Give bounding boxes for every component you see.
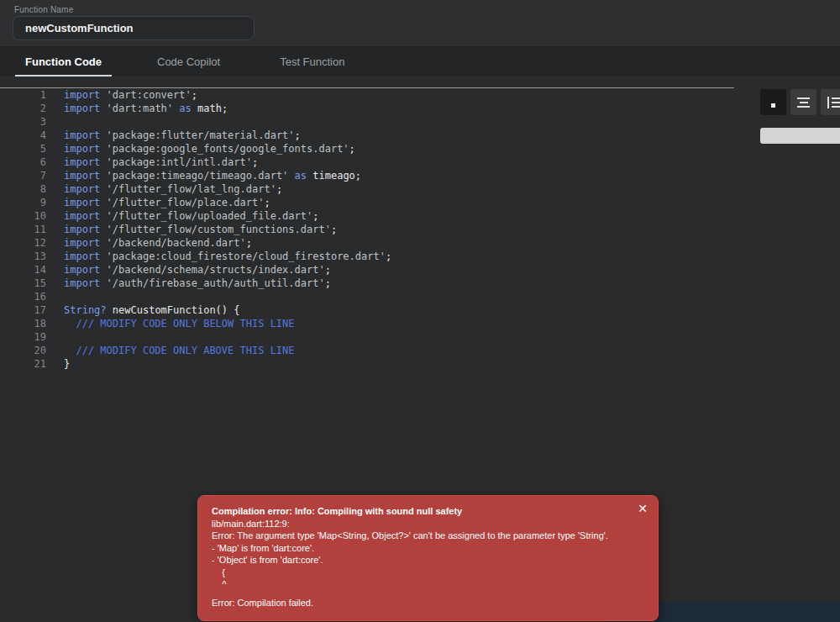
code-text: import 'dart:convert'; [46,88,197,102]
code-line: 5import 'package:google_fonts/google_fon… [0,142,391,156]
error-dialog-lines: Compilation error: Info: Compiling with … [212,505,644,609]
line-number: 18 [0,317,46,330]
error-line: Compilation error: Info: Compiling with … [212,505,644,518]
tab-code-copilot-label: Code Copilot [157,55,220,68]
line-number: 15 [0,277,46,290]
line-number: 14 [0,263,46,277]
close-icon[interactable]: ✕ [638,503,648,514]
line-number: 8 [0,182,46,196]
line-number: 4 [0,129,46,142]
code-line: 13import 'package:cloud_firestore/cloud_… [0,250,391,263]
error-line: Error: The argument type 'Map<String, Ob… [212,530,644,542]
dot-glyph [771,103,775,108]
error-line: - 'Object' is from 'dart:core'. [212,554,644,567]
error-line: lib/main.dart:112:9: [212,518,644,530]
code-line: 21} [0,357,391,371]
code-text: import '/flutter_flow/lat_lng.dart'; [46,182,282,196]
code-line: 15import '/auth/firebase_auth/auth_util.… [0,277,391,290]
line-number: 7 [0,169,46,182]
code-text: import 'package:intl/intl.dart'; [46,156,258,169]
code-text: /// MODIFY CODE ONLY BELOW THIS LINE [46,317,295,330]
code-text: import 'package:google_fonts/google_font… [46,142,355,156]
tab-bar: Function Code Code Copilot Test Function [0,46,840,76]
code-text: import '/backend/schema/structs/index.da… [46,263,331,277]
line-number: 1 [0,88,46,102]
code-text: import '/flutter_flow/custom_functions.d… [46,223,337,236]
code-line: 20 /// MODIFY CODE ONLY ABOVE THIS LINE [0,344,391,357]
code-text: import '/backend/backend.dart'; [46,236,252,250]
header: Function Name [0,0,840,46]
tab-test-function[interactable]: Test Function [280,46,344,76]
line-number: 12 [0,236,46,250]
code-text: import '/auth/firebase_auth/auth_util.da… [46,277,331,290]
error-line: ^ [212,578,644,591]
code-text: import 'package:flutter/material.dart'; [46,129,301,142]
indent-glyph [827,97,840,108]
line-number: 19 [0,330,46,344]
code-text: import 'dart:math' as math; [46,102,228,115]
code-line: 17String? newCustomFunction() { [0,303,391,317]
code-line: 6import 'package:intl/intl.dart'; [0,156,391,169]
error-line: { [212,567,644,579]
code-text: String? newCustomFunction() { [46,303,240,317]
tab-function-code[interactable]: Function Code [25,46,102,76]
line-number: 6 [0,156,46,169]
code-line: 12import '/backend/backend.dart'; [0,236,391,250]
line-number: 17 [0,303,46,317]
code-line: 10import '/flutter_flow/uploaded_file.da… [0,209,391,223]
line-number: 21 [0,357,46,371]
line-number: 5 [0,142,46,156]
code-line: 18 /// MODIFY CODE ONLY BELOW THIS LINE [0,317,391,330]
indent-icon[interactable] [821,89,840,115]
code-text [46,330,64,344]
error-line: - 'Map' is from 'dart:core'. [212,542,644,555]
line-number: 2 [0,102,46,115]
tab-function-code-label: Function Code [25,55,102,68]
code-line: 4import 'package:flutter/material.dart'; [0,129,391,142]
code-text: import '/flutter_flow/place.dart'; [46,196,270,209]
code-line: 2import 'dart:math' as math; [0,102,391,115]
error-line: Error: Compilation failed. [212,597,644,609]
code-line: 16 [0,290,391,303]
code-text [46,115,64,129]
code-line: 14import '/backend/schema/structs/index.… [0,263,391,277]
line-number: 13 [0,250,46,263]
code-lines: 1import 'dart:convert';2import 'dart:mat… [0,88,391,371]
code-text: /// MODIFY CODE ONLY ABOVE THIS LINE [46,344,295,357]
line-number: 11 [0,223,46,236]
toolbar-tooltip [760,128,840,144]
function-name-input[interactable] [13,16,255,40]
cursor-dot-icon[interactable] [760,89,786,115]
editor-toolbar [760,89,840,115]
code-line: 11import '/flutter_flow/custom_functions… [0,223,391,236]
code-text [46,290,64,303]
tab-test-function-label: Test Function [280,55,344,68]
line-number: 16 [0,290,46,303]
custom-function-editor-page: Function Name Function Code Code Copilot… [0,0,840,622]
align-center-icon[interactable] [790,89,816,115]
function-name-label: Function Name [14,5,73,14]
line-number: 9 [0,196,46,209]
code-text: import '/flutter_flow/uploaded_file.dart… [46,209,318,223]
line-number: 20 [0,344,46,357]
code-line: 7import 'package:timeago/timeago.dart' a… [0,169,391,182]
code-line: 19 [0,330,391,344]
code-line: 3 [0,115,391,129]
code-text: import 'package:timeago/timeago.dart' as… [46,169,361,182]
line-number: 10 [0,209,46,223]
tab-code-copilot[interactable]: Code Copilot [157,46,220,76]
align-center-glyph [797,98,810,108]
code-line: 8import '/flutter_flow/lat_lng.dart'; [0,182,391,196]
line-number: 3 [0,115,46,129]
code-line: 1import 'dart:convert'; [0,88,391,102]
code-line: 9import '/flutter_flow/place.dart'; [0,196,391,209]
code-text: import 'package:cloud_firestore/cloud_fi… [46,250,391,263]
compilation-error-dialog: ✕ Compilation error: Info: Compiling wit… [197,495,659,621]
code-text: } [46,357,70,371]
